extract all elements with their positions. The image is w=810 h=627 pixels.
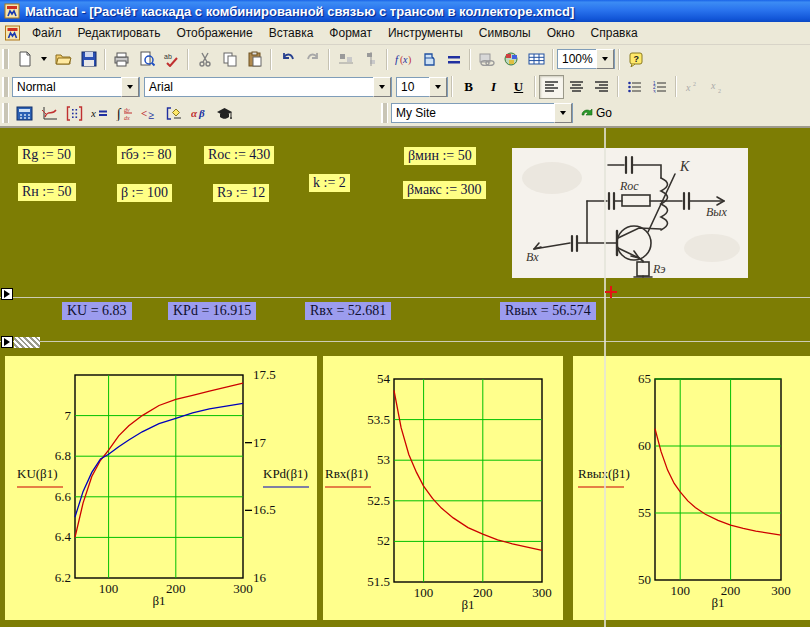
style-dropdown-button[interactable] (121, 77, 139, 97)
undo-button[interactable] (275, 47, 300, 71)
insert-function-button[interactable]: f ( x ) (391, 47, 416, 71)
style-combobox[interactable]: Normal (12, 77, 140, 97)
align-regions-across-button[interactable] (333, 47, 358, 71)
align-right-button[interactable] (589, 75, 614, 99)
bullet-list-button[interactable] (622, 75, 647, 99)
zoom-dropdown-button[interactable] (596, 49, 614, 69)
italic-button[interactable]: I (481, 75, 506, 99)
calculus-palette-button[interactable]: ∫ dy dx (112, 101, 137, 125)
insert-table-button[interactable] (524, 47, 549, 71)
chart-region-rout[interactable]: 10020030050556065β1Rвых(β1) (573, 356, 810, 620)
math-region-bmax[interactable]: βмакс := 300 (403, 181, 486, 199)
crosshair-v (610, 286, 612, 298)
spell-check-button[interactable]: ab (159, 47, 184, 71)
evaluate-button[interactable] (441, 47, 466, 71)
open-button[interactable] (51, 47, 76, 71)
graph-palette-button[interactable] (37, 101, 62, 125)
insert-unit-button[interactable] (416, 47, 441, 71)
menu-view[interactable]: Отображение (168, 23, 260, 43)
menu-window[interactable]: Окно (539, 23, 583, 43)
font-combobox[interactable]: Arial (144, 77, 392, 97)
svg-text:17: 17 (253, 435, 267, 450)
symbolic-palette-button[interactable] (212, 101, 237, 125)
result-region-ku[interactable]: KU = 6.83 (62, 302, 132, 320)
resources-combobox[interactable]: My Site (391, 103, 573, 123)
toolbar-grip[interactable] (381, 103, 388, 123)
redo-button[interactable] (300, 47, 325, 71)
align-center-button[interactable] (564, 75, 589, 99)
cut-button[interactable] (192, 47, 217, 71)
math-region-bmin[interactable]: βмин := 50 (404, 147, 476, 165)
math-toolbar: x ∫ dy dx < ≥ α β (0, 100, 810, 128)
menu-tools[interactable]: Инструменты (380, 23, 471, 43)
programming-palette-button[interactable] (162, 101, 187, 125)
menu-format[interactable]: Формат (321, 23, 380, 43)
bold-button[interactable]: B (456, 75, 481, 99)
subscript-button[interactable]: x 2 (705, 75, 730, 99)
font-size-combobox[interactable]: 10 (396, 77, 448, 97)
selection-handle[interactable] (14, 337, 40, 348)
math-region-k[interactable]: k := 2 (309, 174, 350, 192)
resources-dropdown-button[interactable] (554, 103, 572, 123)
spell-check-icon: ab (163, 51, 180, 67)
bullet-list-icon (628, 81, 642, 93)
new-dropdown-button[interactable] (37, 47, 51, 71)
insert-hyperlink-button[interactable] (474, 47, 499, 71)
math-region-rbe[interactable]: rбэ := 80 (117, 146, 176, 164)
result-region-kpd[interactable]: KPd = 16.915 (168, 302, 256, 320)
new-button[interactable] (12, 47, 37, 71)
boolean-palette-button[interactable]: < ≥ (137, 101, 162, 125)
circuit-schematic-image[interactable]: Roc K Вых Вх Rэ (512, 148, 748, 278)
chart-region-ku-kpd[interactable]: 1002003006.26.46.66.871616.51717.5β1KU(β… (5, 356, 317, 620)
svg-text:55: 55 (638, 505, 651, 520)
menu-symbols[interactable]: Символы (471, 23, 539, 43)
title-bar[interactable]: Mathcad - [Расчёт каскада с комбинирован… (0, 0, 810, 22)
svg-text:3: 3 (653, 89, 656, 92)
chevron-down-icon (41, 57, 47, 61)
math-region-rn[interactable]: Rн := 50 (18, 183, 76, 201)
menu-edit[interactable]: Редактировать (70, 23, 169, 43)
toolbar-grip[interactable] (2, 103, 9, 123)
zoom-combobox[interactable]: 100% (557, 49, 615, 69)
svg-text:ab: ab (164, 53, 172, 60)
chart-region-rin[interactable]: 10020030051.55252.55353.554β1Rвх(β1) (323, 356, 563, 620)
math-region-re[interactable]: Rэ := 12 (213, 184, 269, 202)
copy-button[interactable] (217, 47, 242, 71)
menu-insert[interactable]: Вставка (261, 23, 322, 43)
svg-text:300: 300 (532, 585, 552, 600)
evaluation-palette-button[interactable]: x (87, 101, 112, 125)
help-button[interactable]: ? (623, 47, 648, 71)
superscript-button[interactable]: x 2 (680, 75, 705, 99)
triangle-right-icon (4, 338, 10, 346)
toolbar-grip[interactable] (2, 77, 9, 97)
matrix-palette-button[interactable] (62, 101, 87, 125)
calculator-palette-button[interactable] (12, 101, 37, 125)
menu-help[interactable]: Справка (583, 23, 646, 43)
xy-plot-rout: 10020030050556065β1Rвых(β1) (573, 356, 810, 620)
math-region-rg[interactable]: Rg := 50 (18, 146, 75, 164)
underline-button[interactable]: U (506, 75, 531, 99)
math-region-beta[interactable]: β := 100 (117, 184, 172, 202)
menu-file[interactable]: Файл (24, 23, 70, 43)
toolbar-grip[interactable] (2, 49, 9, 69)
go-button[interactable]: Go (573, 101, 619, 125)
region-marker (1, 288, 13, 300)
align-left-button[interactable] (539, 75, 564, 99)
math-region-roc[interactable]: Roc := 430 (204, 146, 274, 164)
result-region-rout[interactable]: Rвых = 56.574 (500, 302, 596, 320)
print-preview-button[interactable] (134, 47, 159, 71)
result-region-rin[interactable]: Rвх = 52.681 (305, 302, 391, 320)
align-regions-down-button[interactable] (358, 47, 383, 71)
greek-palette-button[interactable]: α β (187, 101, 212, 125)
insert-component-button[interactable] (499, 47, 524, 71)
svg-text:Rвх(β1): Rвх(β1) (325, 466, 368, 481)
paste-button[interactable] (242, 47, 267, 71)
numbered-list-button[interactable]: 1 2 3 (647, 75, 672, 99)
worksheet[interactable]: Rg := 50 rбэ := 80 Roc := 430 βмин := 50… (0, 128, 810, 627)
align-across-icon (338, 51, 354, 67)
save-button[interactable] (76, 47, 101, 71)
svg-text:β: β (198, 107, 205, 119)
print-button[interactable] (109, 47, 134, 71)
font-size-dropdown-button[interactable] (429, 77, 447, 97)
font-dropdown-button[interactable] (373, 77, 391, 97)
